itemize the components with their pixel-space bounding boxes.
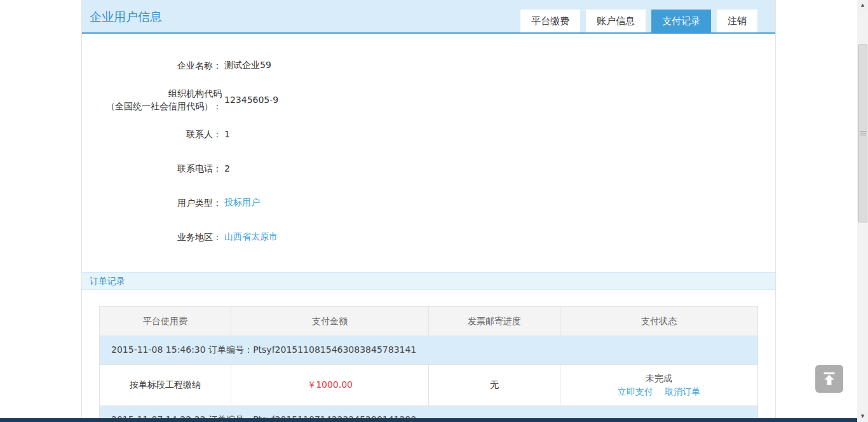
order-meta-row: 2015-11-08 15:46:30 订单编号：Ptsyf2015110815…: [100, 336, 758, 365]
order-amount: ￥1000.00: [231, 365, 429, 406]
business-region-label: 业务地区：: [82, 231, 222, 243]
info-row-business-region: 业务地区： 山西省太原市: [82, 220, 775, 254]
order-meta-text: 2015-11-08 15:46:30 订单编号：Ptsyf2015110815…: [100, 336, 758, 365]
info-row-org-code: 组织机构代码 （全国统一社会信用代码）： 12345605-9: [82, 83, 775, 117]
company-name-value: 测试企业59: [224, 60, 271, 71]
cancel-order-link[interactable]: 取消订单: [665, 386, 700, 397]
order-table-wrapper: 平台使用费 支付金额 发票邮寄进度 支付状态 2015-11-08 15:46:…: [82, 290, 775, 422]
col-header-platform-fee: 平台使用费: [100, 307, 231, 336]
order-data-row: 按单标段工程缴纳 ￥1000.00 无 未完成 立即支付 取消订单: [100, 365, 758, 406]
pay-now-link[interactable]: 立即支付: [618, 386, 653, 397]
user-type-link[interactable]: 投标用户: [224, 197, 260, 208]
scrollbar-up-icon[interactable]: ▲: [857, 0, 868, 11]
order-records-section-title: 订单记录: [82, 272, 775, 290]
col-header-invoice-progress: 发票邮寄进度: [428, 307, 560, 336]
contact-person-label: 联系人：: [82, 128, 222, 140]
scrollbar-thumb[interactable]: [858, 44, 867, 222]
tab-account-info[interactable]: 账户信息: [586, 10, 646, 32]
tab-bar: 平台缴费 账户信息 支付记录 注销: [520, 10, 757, 32]
order-status-cell: 未完成 立即支付 取消订单: [560, 365, 758, 406]
org-code-label: 组织机构代码 （全国统一社会信用代码）：: [82, 87, 222, 112]
org-code-value: 12345605-9: [224, 95, 278, 105]
business-region-link[interactable]: 山西省太原市: [224, 231, 278, 243]
tab-platform-payment[interactable]: 平台缴费: [520, 10, 580, 32]
contact-phone-value: 2: [224, 163, 230, 174]
enterprise-info-section: 企业名称： 测试企业59 组织机构代码 （全国统一社会信用代码）： 123456…: [82, 34, 775, 272]
order-fee-type: 按单标段工程缴纳: [100, 365, 231, 406]
page-header: 企业用户信息 平台缴费 账户信息 支付记录 注销: [82, 0, 775, 34]
col-header-amount: 支付金额: [231, 307, 429, 336]
content-column: 企业用户信息 平台缴费 账户信息 支付记录 注销 企业名称： 测试企业59 组织…: [81, 0, 776, 422]
contact-phone-label: 联系电话：: [82, 162, 222, 175]
vertical-scrollbar[interactable]: ▲ ▼: [857, 0, 868, 422]
info-row-contact-phone: 联系电话： 2: [82, 151, 775, 186]
order-actions: 立即支付 取消订单: [560, 385, 757, 398]
scrollbar-down-icon[interactable]: ▼: [857, 411, 868, 422]
back-to-top-button[interactable]: [815, 365, 843, 393]
user-type-label: 用户类型：: [82, 196, 222, 209]
contact-person-value: 1: [224, 129, 230, 139]
order-invoice-status: 无: [428, 365, 560, 406]
page-title: 企业用户信息: [90, 9, 162, 25]
company-name-label: 企业名称：: [82, 59, 222, 72]
back-to-top-icon: [818, 368, 840, 390]
tab-logout[interactable]: 注销: [717, 10, 757, 32]
order-table: 平台使用费 支付金额 发票邮寄进度 支付状态 2015-11-08 15:46:…: [99, 306, 758, 422]
table-header-row: 平台使用费 支付金额 发票邮寄进度 支付状态: [100, 307, 758, 336]
footer-bar: [0, 418, 857, 422]
tab-payment-records[interactable]: 支付记录: [651, 10, 711, 32]
info-row-company-name: 企业名称： 测试企业59: [82, 48, 775, 83]
order-status-text: 未完成: [560, 372, 757, 385]
scrollbar-grip-icon: [860, 131, 866, 137]
col-header-payment-status: 支付状态: [560, 307, 758, 336]
info-row-user-type: 用户类型： 投标用户: [82, 186, 775, 220]
info-row-contact-person: 联系人： 1: [82, 117, 775, 151]
